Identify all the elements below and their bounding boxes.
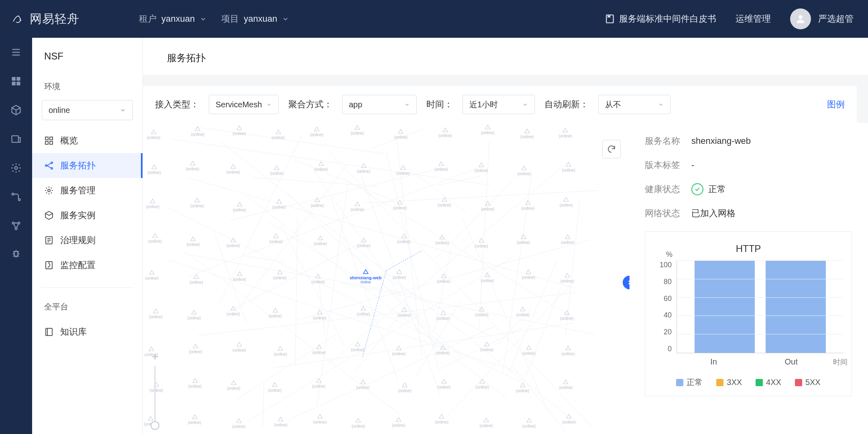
env-select[interactable]: online: [42, 100, 133, 120]
graph-node[interactable]: (online): [226, 164, 240, 174]
graph-node[interactable]: (online): [187, 236, 200, 247]
graph-node[interactable]: (online): [232, 125, 246, 136]
graph-node[interactable]: (online): [562, 414, 575, 424]
sidebar-item-monitor[interactable]: 监控配置: [32, 253, 143, 278]
graph-node[interactable]: (online): [561, 346, 575, 356]
graph-node-selected[interactable]: shenxiang-webOnline: [350, 269, 381, 284]
graph-node[interactable]: (online): [516, 307, 530, 317]
graph-node[interactable]: (online): [311, 197, 324, 208]
zoom-in-button[interactable]: +: [152, 350, 158, 363]
graph-node[interactable]: (online): [393, 269, 406, 280]
graph-node[interactable]: (online): [520, 129, 534, 139]
graph-node[interactable]: (online): [392, 346, 405, 356]
graph-node[interactable]: (online): [189, 274, 203, 285]
graph-node[interactable]: (online): [233, 202, 246, 212]
project-selector[interactable]: 项目 yanxuan: [221, 13, 289, 25]
sidebar-item-overview[interactable]: 概览: [32, 128, 143, 153]
graph-node[interactable]: (online): [476, 379, 489, 389]
access-type-select[interactable]: ServiceMesh: [209, 95, 279, 114]
rail-nodes-icon[interactable]: [10, 220, 22, 231]
graph-node[interactable]: (online): [517, 234, 530, 245]
rail-menu-toggle[interactable]: [10, 47, 22, 58]
sidebar-item-topology[interactable]: 服务拓扑: [32, 153, 143, 178]
graph-node[interactable]: (online): [191, 126, 204, 137]
graph-node[interactable]: (online): [314, 235, 327, 246]
graph-node[interactable]: (online): [481, 272, 494, 283]
graph-node[interactable]: (online): [268, 382, 281, 393]
graph-node[interactable]: (online): [233, 271, 246, 282]
graph-node[interactable]: (online): [274, 417, 287, 427]
rail-cube-icon[interactable]: [10, 104, 22, 116]
graph-node[interactable]: (online): [397, 233, 410, 244]
graph-node[interactable]: (online): [516, 383, 529, 393]
sidebar-item-knowledge[interactable]: 知识库: [32, 319, 143, 344]
graph-node[interactable]: (online): [313, 414, 326, 424]
graph-node[interactable]: (online): [312, 344, 326, 355]
refresh-button[interactable]: [602, 140, 621, 158]
ops-link[interactable]: 运维管理: [736, 13, 771, 25]
zoom-handle[interactable]: [151, 421, 159, 430]
graph-node[interactable]: (online): [232, 342, 246, 352]
graph-node[interactable]: (online): [271, 129, 285, 140]
refresh-select[interactable]: 从不: [598, 95, 670, 114]
sidebar-item-instances[interactable]: 服务实例: [32, 203, 143, 228]
whitepaper-link[interactable]: 服务端标准中间件白皮书: [605, 13, 716, 25]
rail-gear-icon[interactable]: [10, 162, 22, 174]
graph-node[interactable]: (online): [475, 162, 488, 173]
graph-node[interactable]: (online): [438, 197, 451, 207]
graph-node[interactable]: (online): [398, 383, 412, 393]
tenant-selector[interactable]: 租户 yanxuan: [139, 13, 207, 25]
graph-node[interactable]: (online): [561, 234, 574, 245]
zoom-slider[interactable]: [154, 366, 156, 426]
graph-node[interactable]: (online): [350, 125, 364, 135]
graph-node[interactable]: (online): [147, 129, 160, 140]
rail-alert-icon[interactable]: [10, 249, 22, 260]
graph-node[interactable]: (online): [562, 162, 575, 172]
graph-node[interactable]: (online): [269, 233, 283, 244]
rail-route-icon[interactable]: [10, 191, 22, 203]
graph-node[interactable]: (online): [398, 307, 411, 317]
graph-node[interactable]: (online): [560, 197, 573, 207]
graph-node[interactable]: (online): [272, 199, 285, 209]
graph-node[interactable]: (online): [187, 310, 201, 320]
sidebar-item-rules[interactable]: 治理规则: [32, 228, 143, 253]
graph-node[interactable]: (online): [560, 310, 573, 321]
legend-link[interactable]: 图例: [827, 98, 845, 111]
graph-node[interactable]: (online): [145, 270, 159, 280]
graph-node[interactable]: (online): [148, 233, 161, 244]
graph-node[interactable]: (online): [522, 269, 535, 280]
graph-node[interactable]: (online): [269, 308, 282, 318]
graph-node[interactable]: (online): [226, 237, 240, 248]
graph-node[interactable]: (online): [312, 274, 325, 284]
graph-node[interactable]: (online): [147, 164, 161, 175]
legend-item[interactable]: 3XX: [716, 377, 742, 388]
graph-node[interactable]: (online): [357, 306, 370, 316]
graph-node[interactable]: (online): [186, 161, 199, 171]
graph-node[interactable]: (online): [475, 238, 488, 248]
graph-node[interactable]: (online): [188, 414, 201, 425]
legend-item[interactable]: 4XX: [756, 377, 781, 388]
graph-node[interactable]: (online): [521, 200, 534, 211]
graph-node[interactable]: (online): [190, 198, 204, 208]
graph-node[interactable]: (online): [357, 237, 370, 248]
graph-node[interactable]: (online): [312, 378, 325, 389]
graph-node[interactable]: (online): [435, 161, 448, 172]
graph-node[interactable]: (online): [479, 418, 493, 428]
graph-node[interactable]: (online): [351, 342, 364, 352]
graph-node[interactable]: (online): [560, 273, 574, 283]
graph-node[interactable]: (online): [274, 346, 287, 356]
graph-node[interactable]: (online): [522, 345, 536, 356]
graph-node[interactable]: (online): [149, 309, 162, 319]
graph-node[interactable]: (online): [481, 201, 494, 211]
graph-node[interactable]: (online): [435, 414, 448, 424]
graph-node[interactable]: (online): [314, 161, 328, 172]
graph-node[interactable]: (online): [394, 129, 408, 139]
time-select[interactable]: 近1小时: [463, 95, 535, 114]
graph-node[interactable]: (online): [188, 378, 202, 389]
graph-node[interactable]: (online): [437, 273, 450, 284]
graph-node[interactable]: (online): [436, 235, 449, 245]
graph-node[interactable]: (online): [232, 418, 245, 429]
user-menu[interactable]: 严选超管: [790, 8, 854, 29]
graph-node[interactable]: (online): [438, 127, 452, 138]
graph-node[interactable]: (online): [356, 379, 369, 390]
